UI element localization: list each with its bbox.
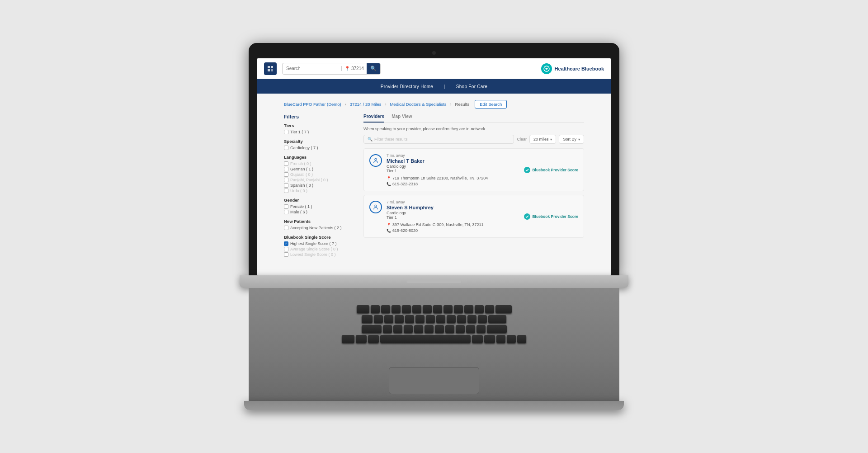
laptop-bottom (244, 401, 624, 410)
main-navigation: Provider Directory Home | Shop For Care (257, 79, 611, 94)
provider-address-1: 📍 397 Wallace Rd Suite C-309, Nashville,… (387, 222, 519, 227)
provider-phone-1: 📞 615-620-8020 (387, 228, 519, 233)
key-caps (362, 315, 373, 323)
filter-item-lowest-score[interactable]: Lowest Single Score ( 0 ) (284, 252, 356, 257)
filter-item-german[interactable]: German ( 1 ) (284, 167, 356, 171)
clear-filter-button[interactable]: Clear (517, 137, 527, 142)
search-input[interactable] (283, 66, 341, 71)
checkbox-urdu[interactable] (284, 189, 288, 193)
app-container: 📍 37214 🔍 Healthcare Bluebook (257, 58, 611, 275)
nav-provider-directory-home[interactable]: Provider Directory Home (381, 84, 433, 89)
provider-name-1[interactable]: Steven S Humphrey (387, 205, 519, 210)
edit-search-button[interactable]: Edit Search (475, 100, 507, 109)
filter-section-bluebook-score: Bluebook Single Score ✓ Highest Single S… (284, 235, 356, 257)
brand-icon (541, 63, 552, 74)
svg-rect-2 (268, 69, 270, 71)
content-area: BlueCard PPO Father (Demo) › 37214 / 20 … (257, 94, 611, 275)
provider-info-0: 7 mi. away Michael T Baker Cardiology Ti… (387, 153, 519, 186)
key-alt (356, 335, 367, 343)
phone-icon-1: 📞 (387, 229, 391, 233)
keyboard-row-2 (362, 315, 506, 323)
filter-item-tier1[interactable]: Tier 1 ( 7 ) (284, 130, 356, 134)
key-enter (488, 315, 506, 323)
filter-item-punjabi[interactable]: Panjabi, Punjabi ( 0 ) (284, 178, 356, 182)
checkbox-female[interactable] (284, 204, 288, 209)
trackpad-area (249, 360, 619, 401)
filter-item-cardiology[interactable]: Cardiology ( 7 ) (284, 146, 356, 150)
key-ctrl (342, 335, 354, 343)
checkbox-highest-score[interactable]: ✓ (284, 241, 288, 246)
filter-item-spanish[interactable]: Spanish ( 3 ) (284, 183, 356, 188)
key-g (415, 315, 425, 323)
checkbox-punjabi[interactable] (284, 178, 288, 182)
filter-bluebook-score-title: Bluebook Single Score (284, 235, 356, 240)
checkbox-german[interactable] (284, 167, 288, 171)
checkbox-tier1[interactable] (284, 130, 288, 134)
brand-logo: Healthcare Bluebook (541, 63, 604, 74)
filter-item-highest-score[interactable]: ✓ Highest Single Score ( 7 ) (284, 241, 356, 246)
key-v (414, 325, 423, 333)
sort-dropdown[interactable]: Sort By ▾ (559, 135, 584, 144)
svg-rect-1 (271, 66, 273, 68)
tab-providers[interactable]: Providers (363, 114, 384, 123)
results-panel: Providers Map View When speaking to your… (363, 114, 584, 268)
laptop-hinge (240, 275, 628, 288)
filter-item-average-score[interactable]: Average Single Score ( 0 ) (284, 247, 356, 251)
filter-item-urdu[interactable]: Urdu ( 0 ) (284, 189, 356, 193)
filter-search-box[interactable]: 🔍 Filter these results (363, 135, 514, 144)
filter-tiers-title: Tiers (284, 123, 356, 128)
breadcrumb-sep-3: › (450, 102, 452, 107)
key-bracket2 (485, 305, 494, 313)
filter-item-accepting[interactable]: Accepting New Patients ( 2 ) (284, 226, 356, 230)
phone-icon-0: 📞 (387, 182, 391, 186)
search-button[interactable]: 🔍 (367, 63, 380, 75)
provider-name-0[interactable]: Michael T Baker (387, 158, 519, 164)
checkbox-male[interactable] (284, 210, 288, 214)
network-notice: When speaking to your provider, please c… (363, 127, 584, 131)
screen: 📍 37214 🔍 Healthcare Bluebook (257, 58, 611, 275)
main-layout: Filters Tiers Tier 1 ( 7 ) (284, 114, 584, 268)
checkbox-average-score[interactable] (284, 247, 288, 251)
provider-phone-0: 📞 615-322-2318 (387, 182, 519, 186)
nav-shop-for-care[interactable]: Shop For Care (456, 84, 488, 89)
breadcrumb: BlueCard PPO Father (Demo) › 37214 / 20 … (284, 100, 584, 109)
location-section: 📍 37214 (341, 66, 367, 71)
checkbox-accepting[interactable] (284, 226, 288, 230)
key-m (445, 325, 454, 333)
results-tabs: Providers Map View (363, 114, 584, 123)
miles-chevron-icon: ▾ (550, 137, 552, 142)
filter-item-french[interactable]: French ( 0 ) (284, 161, 356, 166)
filter-item-gujarati[interactable]: Gujarati ( 0 ) (284, 172, 356, 177)
address-pin-icon-0: 📍 (387, 176, 391, 180)
provider-card-1[interactable]: 7 mi. away Steven S Humphrey Cardiology … (363, 195, 584, 238)
checkbox-spanish[interactable] (284, 183, 288, 188)
trackpad[interactable] (389, 367, 479, 394)
search-bar[interactable]: 📍 37214 🔍 (282, 63, 381, 75)
filter-section-new-patients: New Patients Accepting New Patients ( 2 … (284, 219, 356, 230)
filter-languages-title: Languages (284, 155, 356, 160)
miles-dropdown[interactable]: 20 miles ▾ (529, 135, 557, 144)
checkbox-cardiology[interactable] (284, 146, 288, 150)
key-quote (478, 315, 487, 323)
checkbox-french[interactable] (284, 161, 288, 166)
breadcrumb-location[interactable]: 37214 / 20 Miles (350, 102, 382, 107)
filter-item-male[interactable]: Male ( 6 ) (284, 210, 356, 214)
breadcrumb-specialty[interactable]: Medical Doctors & Specialists (390, 102, 446, 107)
filters-title: Filters (284, 114, 356, 119)
score-badge-0 (524, 167, 530, 173)
key-ralt (484, 335, 495, 343)
breadcrumb-plan[interactable]: BlueCard PPO Father (Demo) (284, 102, 341, 107)
provider-distance-1: 7 mi. away (387, 200, 519, 204)
checkbox-lowest-score[interactable] (284, 252, 288, 257)
keyboard-row-3 (362, 325, 507, 333)
tab-map-view[interactable]: Map View (392, 114, 412, 123)
filter-section-gender: Gender Female ( 1 ) Male ( 6 ) (284, 198, 356, 214)
checkbox-gujarati[interactable] (284, 172, 288, 177)
key-f (405, 315, 414, 323)
keyboard-row-4 (342, 335, 526, 343)
location-pin-icon: 📍 (344, 66, 350, 71)
key-u (433, 305, 442, 313)
filter-item-female[interactable]: Female ( 1 ) (284, 204, 356, 209)
key-w (381, 305, 390, 313)
provider-card-0[interactable]: 7 mi. away Michael T Baker Cardiology Ti… (363, 148, 584, 191)
